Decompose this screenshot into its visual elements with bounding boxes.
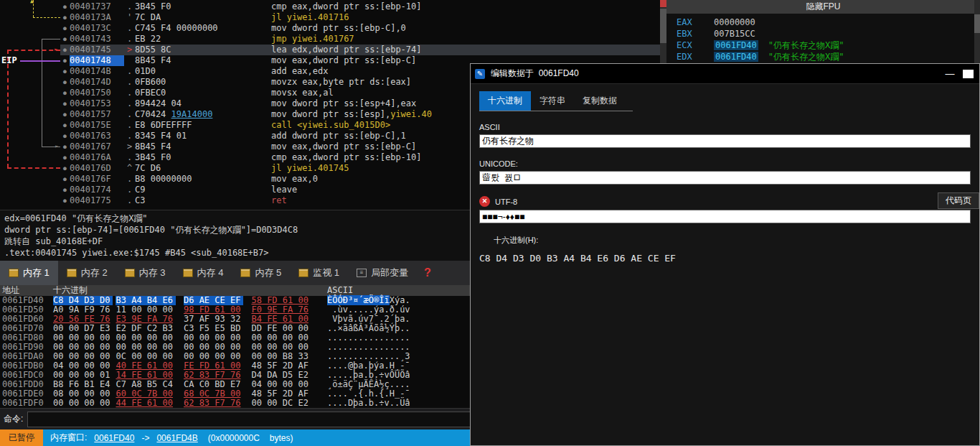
tab-label: 内存 3 (139, 266, 166, 279)
breakpoint-dot[interactable]: ● (60, 88, 70, 98)
dialog-titlebar[interactable]: ✎ 编辑数据于 0061FD40 — (471, 64, 979, 84)
disasm-bytes: C3 (135, 195, 271, 206)
disasm-row[interactable]: ●00401745>8D55 8Clea edx,dword ptr ss:[e… (0, 45, 660, 55)
disasm-row[interactable]: ●00401743.EB 22jmp yiwei.401767 (0, 34, 660, 45)
flow-mark: . (124, 109, 135, 120)
disasm-address: 00401745 (70, 45, 124, 55)
dialog-tab[interactable]: 十六进制 (479, 91, 531, 111)
scrollbar-up-button[interactable] (660, 0, 666, 7)
disasm-address: 0040176D (70, 163, 124, 174)
help-icon[interactable]: ? (424, 266, 431, 279)
locals-icon: ≡ (357, 269, 367, 277)
memory-icon (240, 269, 250, 277)
minimize-button[interactable]: — (937, 68, 963, 79)
flow-mark: . (124, 120, 135, 131)
breakpoint-dot[interactable]: ● (60, 45, 70, 55)
breakpoint-dot[interactable]: ● (60, 55, 70, 66)
dump-hex-group: 00 00 DC E2 (251, 399, 308, 408)
bottom-tab[interactable]: 内存 2 (58, 261, 116, 285)
breakpoint-dot[interactable]: ● (60, 23, 70, 34)
disasm-bytes: B8 00000000 (135, 174, 271, 185)
disasm-row[interactable]: ●0040173A'7C DAjl yiwei.401716 (0, 12, 660, 23)
disasm-instruction: add eax,edx (271, 66, 328, 77)
bottom-tab[interactable]: 监视 1 (290, 261, 348, 285)
disasm-bytes: C9 (135, 185, 271, 195)
scrollbar-thumb[interactable] (660, 9, 666, 43)
disasm-bytes: 3B45 F0 (135, 152, 271, 163)
disasm-instruction: leave (271, 185, 297, 195)
tab-label: 内存 1 (23, 266, 50, 279)
close-button[interactable] (963, 70, 974, 78)
disasm-instruction: cmp eax,dword ptr ss:[ebp-10] (271, 152, 422, 163)
dump-address: 0061FDF0 (0, 399, 53, 408)
flow-mark: . (124, 1, 135, 12)
breakpoint-dot[interactable]: ● (60, 66, 70, 77)
disasm-instruction: lea edx,dword ptr ss:[ebp-74] (271, 45, 422, 55)
memory-to-link[interactable]: 0061FD4B (156, 433, 197, 443)
breakpoint-dot[interactable]: ● (60, 163, 70, 174)
breakpoint-dot[interactable]: ● (60, 98, 70, 109)
register-row[interactable]: ECX0061FD40"仍有长存之物X躢" (677, 40, 980, 51)
breakpoint-dot[interactable]: ● (60, 120, 70, 131)
flow-mark: . (124, 131, 135, 141)
dialog-icon: ✎ (475, 69, 485, 79)
memory-icon (67, 269, 77, 277)
memory-icon (125, 269, 135, 277)
utf8-input[interactable] (479, 210, 971, 223)
dialog-title: 编辑数据于 0061FD40 (491, 68, 937, 80)
disasm-address: 00401757 (70, 109, 124, 120)
register-string: "仍有长存之物X躢" (768, 52, 844, 62)
hex-value: C8 D4 D3 D0 B3 A4 B4 E6 D6 AE CE EF (479, 253, 971, 264)
scrollbar-thumb[interactable] (974, 14, 980, 33)
disasm-row[interactable]: ●0040173C.C745 F4 00000000mov dword ptr … (0, 23, 660, 34)
size-unit-text: bytes) (270, 433, 293, 443)
breakpoint-dot[interactable]: ● (60, 152, 70, 163)
breakpoint-dot[interactable]: ● (60, 174, 70, 185)
dump-header-address: 地址 (0, 285, 53, 296)
disasm-instruction: movsx eax,al (271, 88, 334, 98)
error-icon: ✕ (479, 196, 490, 207)
bottom-tab[interactable]: 内存 5 (232, 261, 290, 285)
breakpoint-dot[interactable]: ● (60, 77, 70, 88)
registers-scrollbar[interactable] (974, 0, 980, 63)
unicode-input[interactable] (479, 171, 971, 185)
register-rows: EAX00000000EBX007B15CCECX0061FD40"仍有长存之物… (666, 14, 980, 62)
disasm-bytes: C745 F4 00000000 (135, 23, 271, 34)
hide-fpu-button[interactable]: 隐藏FPU (666, 0, 980, 14)
dump-hex-group: 00 00 00 00 (53, 399, 110, 408)
breakpoint-dot[interactable]: ● (60, 34, 70, 45)
memory-from-link[interactable]: 0061FD40 (94, 433, 134, 443)
ascii-label: ASCII (479, 123, 971, 131)
bottom-tab[interactable]: 内存 4 (174, 261, 232, 285)
flow-mark: . (124, 77, 135, 88)
breakpoint-dot[interactable]: ● (60, 141, 70, 152)
dialog-tab[interactable]: 复制数据 (574, 91, 626, 111)
breakpoint-dot[interactable]: ● (60, 1, 70, 12)
disasm-bytes: C70424 19A14000 (135, 109, 271, 120)
breakpoint-dot[interactable]: ● (60, 131, 70, 141)
register-row[interactable]: EBX007B15CC (677, 28, 980, 40)
register-name: EDX (677, 51, 714, 62)
flow-mark: . (124, 34, 135, 45)
breakpoint-dot[interactable]: ● (60, 109, 70, 120)
flow-mark: . (124, 23, 135, 34)
flow-mark: . (124, 88, 135, 98)
register-name: EBX (677, 28, 714, 40)
flow-mark: . (124, 98, 135, 109)
breakpoint-dot[interactable]: ● (60, 12, 70, 23)
tab-label: 内存 5 (255, 266, 281, 279)
codepage-button[interactable]: 代码页 (938, 192, 979, 209)
bottom-tab[interactable]: 内存 3 (116, 261, 174, 285)
disasm-row[interactable]: ●00401737.3B45 F0cmp eax,dword ptr ss:[e… (0, 1, 660, 12)
breakpoint-dot[interactable]: ● (60, 185, 70, 195)
bottom-tab[interactable]: 内存 1 (0, 261, 58, 285)
register-row[interactable]: EAX00000000 (677, 17, 980, 28)
dialog-tab[interactable]: 字符串 (531, 91, 574, 111)
bottom-tab[interactable]: ≡局部变量 (348, 261, 417, 285)
breakpoint-dot[interactable]: ● (60, 195, 70, 206)
disasm-address: 0040174D (70, 77, 124, 88)
register-row[interactable]: EDX0061FD40"仍有长存之物X躢" (677, 51, 980, 62)
disasm-instruction: mov eax,dword ptr ss:[ebp-C] (271, 141, 416, 152)
ascii-input[interactable] (479, 134, 971, 148)
tab-label: 监视 1 (313, 266, 339, 279)
